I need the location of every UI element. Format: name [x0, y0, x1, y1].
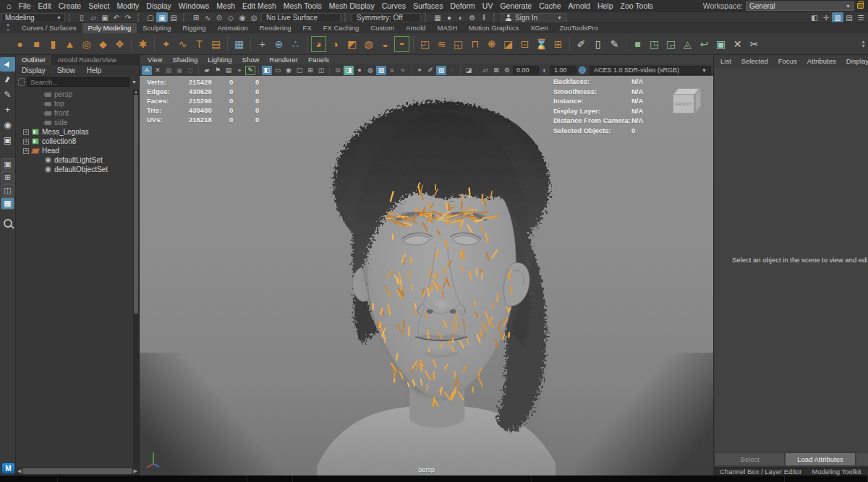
- lights-icon[interactable]: ✶: [414, 66, 425, 75]
- fx-caching[interactable]: FX Caching: [318, 23, 365, 33]
- outliner-horizontal-scrollbar[interactable]: ◀ ▶: [16, 467, 139, 475]
- textured-mode-icon[interactable]: ◉: [284, 66, 294, 75]
- bookmarks-icon[interactable]: ⚑: [213, 66, 223, 75]
- render-settings-icon[interactable]: ⚙: [467, 12, 478, 22]
- camera-select-icon[interactable]: A: [142, 66, 152, 75]
- calculator-icon[interactable]: ▦: [231, 35, 247, 53]
- selected[interactable]: Selected: [736, 57, 773, 65]
- new-scene-icon[interactable]: ▯: [76, 12, 88, 22]
- extract-icon[interactable]: ◩: [344, 35, 360, 53]
- sculpting[interactable]: Sculpting: [137, 23, 176, 33]
- rendering[interactable]: Rendering: [254, 23, 297, 33]
- average-vertices-icon[interactable]: ◬: [679, 35, 696, 53]
- fog-icon[interactable]: ≈: [398, 66, 408, 75]
- platonic-solid-icon[interactable]: ✱: [135, 35, 151, 53]
- persp[interactable]: persp: [16, 90, 139, 99]
- motion-graphics[interactable]: Motion Graphics: [463, 23, 524, 33]
- wrap-icon[interactable]: ⊞: [550, 35, 566, 53]
- rigging[interactable]: Rigging: [176, 23, 211, 33]
- poly-cylinder-icon[interactable]: ▮: [45, 35, 61, 53]
- shelf-scroll-arrows[interactable]: ▲▼: [861, 40, 866, 48]
- exposure-field[interactable]: 0.00: [513, 66, 539, 74]
- coordinates-icon[interactable]: ∴: [287, 35, 304, 53]
- redo-icon[interactable]: ↷: [122, 12, 134, 22]
- modeling-toolkit[interactable]: Modeling Toolkit: [812, 468, 861, 475]
- anti-alias-icon[interactable]: ▨: [376, 66, 386, 75]
- defaultlightset[interactable]: defaultLightSet: [16, 155, 139, 165]
- select-component-icon[interactable]: ▤: [168, 12, 179, 22]
- panels[interactable]: Panels: [303, 56, 334, 64]
- surfaces[interactable]: Surfaces: [409, 1, 446, 10]
- save-scene-icon[interactable]: ▣: [99, 12, 111, 22]
- mirror-icon[interactable]: ⊡: [516, 35, 533, 53]
- shaded-mode-icon[interactable]: ▭: [273, 66, 283, 75]
- home-icon[interactable]: ⌂: [3, 1, 15, 10]
- grease-pencil-icon[interactable]: ✎: [245, 66, 255, 75]
- snap-plane-icon[interactable]: ◇: [225, 12, 237, 22]
- tool-settings-toggle-icon[interactable]: ▤: [843, 12, 855, 22]
- extrude-icon[interactable]: ◱: [450, 35, 467, 53]
- view-cube[interactable]: FRONT: [673, 88, 702, 116]
- combine-icon[interactable]: ◕: [310, 35, 327, 53]
- focus[interactable]: Focus: [773, 57, 802, 65]
- snap-together-icon[interactable]: ◎: [248, 12, 260, 22]
- symmetrize-icon[interactable]: ◲: [663, 35, 679, 53]
- show[interactable]: Show: [237, 56, 265, 64]
- edit-mesh[interactable]: Edit Mesh: [239, 1, 280, 10]
- snap-point-icon[interactable]: ⊙: [213, 12, 225, 22]
- xray-icon[interactable]: ▧: [436, 66, 446, 75]
- target-weld-icon[interactable]: ■: [629, 35, 646, 53]
- expand-icon[interactable]: +: [23, 129, 29, 135]
- time-slider-collapsed[interactable]: [0, 475, 868, 482]
- scroll-up-icon[interactable]: ▲: [134, 90, 138, 94]
- gamma-field[interactable]: 1.00: [550, 66, 576, 74]
- front[interactable]: front: [16, 108, 139, 118]
- select[interactable]: Select: [715, 453, 784, 465]
- poly-type-icon[interactable]: T: [191, 35, 208, 53]
- flip-icon[interactable]: ◳: [646, 35, 663, 53]
- view-transform-select[interactable]: ACES 1.0 SDR-video (sRGB) ▼: [590, 66, 711, 75]
- conform-icon[interactable]: ▣: [712, 35, 729, 53]
- view[interactable]: View: [142, 56, 167, 64]
- poly-cone-icon[interactable]: ▲: [61, 35, 78, 53]
- move-tool[interactable]: +: [0, 103, 15, 117]
- expand-icon[interactable]: +: [23, 139, 29, 145]
- svg-tool-icon[interactable]: ▤: [208, 35, 224, 53]
- undo-icon[interactable]: ↶: [111, 12, 122, 22]
- no-gate-icon[interactable]: ✕: [153, 66, 163, 75]
- sequence-icon[interactable]: ⊠: [491, 66, 501, 75]
- show[interactable]: Show: [51, 66, 81, 74]
- arnold[interactable]: Arnold: [400, 23, 431, 33]
- file[interactable]: File: [15, 1, 35, 10]
- lighting[interactable]: Lighting: [203, 56, 237, 64]
- chevron-down-icon[interactable]: ▼: [132, 79, 137, 85]
- smooth-icon[interactable]: ≋: [433, 35, 450, 53]
- scale-tool[interactable]: ▣: [0, 133, 15, 147]
- color-management-icon[interactable]: [579, 66, 586, 74]
- view-cube-front[interactable]: FRONT: [673, 94, 694, 113]
- lasso-select-tool[interactable]: ➥: [0, 72, 15, 87]
- arnold-renderview[interactable]: Arnold RenderView: [51, 55, 122, 65]
- motion-blur-icon[interactable]: ≡: [387, 66, 397, 75]
- renderer[interactable]: Renderer: [264, 56, 303, 64]
- head[interactable]: + Head: [16, 146, 139, 155]
- sweep-mesh-icon[interactable]: ∿: [174, 35, 191, 53]
- delete-vertex-icon[interactable]: ✂: [746, 35, 762, 53]
- no-live-surface-button[interactable]: No Live Surface: [261, 13, 341, 22]
- circularize-icon[interactable]: ❋: [483, 35, 500, 53]
- paint-select-tool[interactable]: ✎: [0, 87, 15, 102]
- shelf-icon[interactable]: [128, 35, 135, 53]
- select-tool[interactable]: ➤: [0, 57, 15, 72]
- modify[interactable]: Modify: [113, 1, 142, 10]
- plugin-shapes-icon[interactable]: ▫: [447, 66, 457, 75]
- two-pane-layout-icon[interactable]: ◫: [1, 184, 14, 197]
- display[interactable]: Display: [841, 57, 868, 65]
- locator-icon[interactable]: ⊕: [271, 35, 287, 53]
- poly-modeling[interactable]: Poly Modeling: [82, 23, 137, 33]
- channel-box-toggle-icon[interactable]: ☰: [855, 12, 867, 22]
- fx[interactable]: FX: [297, 23, 318, 33]
- shading[interactable]: Shading: [167, 56, 203, 64]
- quad-draw-icon[interactable]: ✐: [573, 35, 590, 53]
- shelf-icon[interactable]: [410, 35, 417, 53]
- menu-set-select[interactable]: Modeling ▼: [1, 13, 65, 22]
